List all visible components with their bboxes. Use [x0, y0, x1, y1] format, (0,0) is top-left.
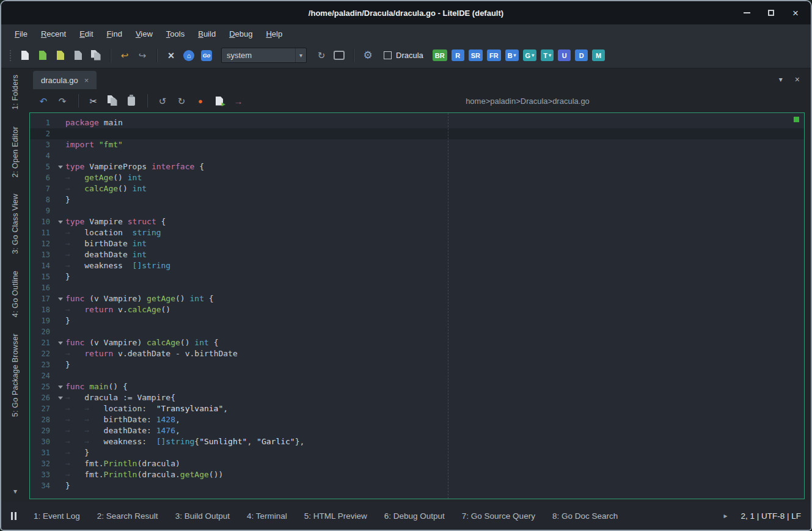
- menu-tools[interactable]: Tools: [160, 27, 191, 40]
- code-line[interactable]: 28→→birthDate: 1428,: [30, 414, 804, 425]
- menu-recent[interactable]: Recent: [35, 27, 72, 40]
- panel-button-4[interactable]: 4: Terminal: [247, 511, 287, 521]
- badge-sr[interactable]: SR: [469, 49, 483, 61]
- sidebar-chevron-down-icon[interactable]: ▾: [13, 487, 17, 496]
- code-line[interactable]: 22→return v.deathDate - v.birthDate: [30, 348, 804, 359]
- tab-close-button[interactable]: ×: [84, 76, 89, 84]
- panel-button-5[interactable]: 5: HTML Preview: [304, 511, 367, 521]
- code-line[interactable]: 26→dracula := Vampire{: [30, 392, 804, 403]
- copy-button[interactable]: [106, 94, 119, 108]
- tab-list-button[interactable]: ▾: [779, 75, 783, 84]
- code-line[interactable]: 34}: [30, 480, 804, 491]
- code-line[interactable]: 12→birthDate int: [30, 238, 804, 249]
- code-line[interactable]: 30→→weakness: []string{"Sunlight", "Garl…: [30, 436, 804, 447]
- code-line[interactable]: 7→calcAge() int: [30, 183, 804, 194]
- fold-marker[interactable]: [56, 337, 65, 348]
- navigate-forward-button[interactable]: ↪: [136, 49, 149, 62]
- code-line[interactable]: 29→→deathDate: 1476,: [30, 425, 804, 436]
- fold-marker[interactable]: [56, 392, 65, 403]
- badge-r[interactable]: R: [452, 49, 464, 61]
- maximize-button[interactable]: [767, 9, 775, 17]
- save-all-button[interactable]: [89, 49, 103, 62]
- reload-env-button[interactable]: ↻: [315, 49, 328, 62]
- fold-marker[interactable]: [56, 216, 65, 227]
- badge-m[interactable]: M: [592, 49, 605, 61]
- menu-help[interactable]: Help: [260, 27, 288, 40]
- badge-g[interactable]: G▾: [523, 49, 537, 61]
- code-line[interactable]: 33→fmt.Println(dracula.getAge()): [30, 469, 804, 480]
- code-line[interactable]: 15}: [30, 271, 804, 282]
- new-file-button[interactable]: [18, 49, 32, 62]
- code-line[interactable]: 24: [30, 370, 804, 381]
- panel-button-8[interactable]: 8: Go Doc Search: [552, 511, 618, 521]
- code-line[interactable]: 20: [30, 326, 804, 337]
- fold-marker[interactable]: [56, 161, 65, 172]
- fold-marker[interactable]: [56, 381, 65, 392]
- code-line[interactable]: 18→return v.calcAge(): [30, 304, 804, 315]
- panel-button-3[interactable]: 3: Build Output: [175, 511, 230, 521]
- save-file-button[interactable]: [71, 49, 85, 62]
- badge-d[interactable]: D: [575, 49, 588, 61]
- sidebar-tab-1[interactable]: 1: Folders: [11, 75, 20, 110]
- terminal-button[interactable]: [332, 49, 346, 62]
- panel-arrow-button[interactable]: ▸: [723, 511, 727, 520]
- cut-button[interactable]: ✂: [87, 94, 100, 108]
- run-file-button[interactable]: ▶: [213, 94, 226, 108]
- badge-u[interactable]: U: [558, 49, 571, 61]
- panel-toggle-button[interactable]: [11, 512, 16, 520]
- code-line[interactable]: 31→}: [30, 447, 804, 458]
- code-line[interactable]: 10type Vampire struct {: [30, 216, 804, 227]
- paste-button[interactable]: [125, 94, 138, 108]
- undo-all-button[interactable]: ↺: [156, 94, 169, 108]
- env-selector[interactable]: system ▾: [221, 48, 307, 63]
- tools-button[interactable]: ×: [164, 49, 178, 62]
- close-button[interactable]: ×: [791, 9, 800, 17]
- menu-find[interactable]: Find: [101, 27, 128, 40]
- badge-fr[interactable]: FR: [487, 49, 501, 61]
- tab-bar-close-button[interactable]: ×: [795, 75, 800, 84]
- redo-button[interactable]: ↷: [56, 94, 69, 108]
- badge-t[interactable]: T▾: [541, 49, 554, 61]
- code-line[interactable]: 13→deathDate int: [30, 249, 804, 260]
- goto-button[interactable]: →: [232, 94, 245, 108]
- panel-button-2[interactable]: 2: Search Result: [97, 511, 158, 521]
- panel-button-1[interactable]: 1: Event Log: [34, 511, 80, 521]
- godoc-button[interactable]: Go: [200, 49, 213, 62]
- dracula-checkbox[interactable]: Dracula: [384, 51, 423, 60]
- code-line[interactable]: 1package main: [30, 117, 804, 128]
- code-line[interactable]: 8}: [30, 194, 804, 205]
- code-line[interactable]: 2: [30, 128, 804, 139]
- code-editor[interactable]: 1package main23import "fmt"45type Vampir…: [29, 112, 805, 499]
- sidebar-tab-4[interactable]: 4: Go Outline: [11, 271, 20, 317]
- code-line[interactable]: 27→→location: "Transylvania",: [30, 403, 804, 414]
- code-line[interactable]: 6→getAge() int: [30, 172, 804, 183]
- menu-edit[interactable]: Edit: [73, 27, 99, 40]
- code-line[interactable]: 3import "fmt": [30, 139, 804, 150]
- badge-b[interactable]: B▾: [505, 49, 519, 61]
- code-line[interactable]: 19}: [30, 315, 804, 326]
- menu-build[interactable]: Build: [192, 27, 222, 40]
- sidebar-tab-5[interactable]: 5: Go Package Browser: [11, 334, 20, 417]
- code-line[interactable]: 21func (v Vampire) calcAge() int {: [30, 337, 804, 348]
- code-line[interactable]: 14→weakness []string: [30, 260, 804, 271]
- toolbar-grip[interactable]: [10, 50, 12, 61]
- panel-button-6[interactable]: 6: Debug Output: [384, 511, 445, 521]
- code-line[interactable]: 23}: [30, 359, 804, 370]
- code-line[interactable]: 32→fmt.Println(dracula): [30, 458, 804, 469]
- undo-button[interactable]: ↶: [37, 94, 50, 108]
- titlebar[interactable]: /home/paladin/Dracula/dracula.go - LiteI…: [1, 1, 811, 24]
- code-line[interactable]: 17func (v Vampire) getAge() int {: [30, 293, 804, 304]
- code-line[interactable]: 11→location string: [30, 227, 804, 238]
- menu-view[interactable]: View: [130, 27, 159, 40]
- code-line[interactable]: 4: [30, 150, 804, 161]
- panel-button-7[interactable]: 7: Go Source Query: [462, 511, 535, 521]
- sidebar-tab-3[interactable]: 3: Go Class View: [11, 194, 20, 254]
- open-file-button[interactable]: [36, 49, 49, 62]
- settings-button[interactable]: ⚙: [361, 49, 375, 62]
- sidebar-tab-2[interactable]: 2: Open Editor: [11, 126, 20, 177]
- minimize-button[interactable]: [742, 9, 751, 17]
- tab-dracula-go[interactable]: dracula.go ×: [33, 71, 97, 89]
- redo-all-button[interactable]: ↻: [175, 94, 188, 108]
- navigate-back-button[interactable]: ↩: [118, 49, 131, 62]
- badge-br[interactable]: BR: [433, 49, 447, 61]
